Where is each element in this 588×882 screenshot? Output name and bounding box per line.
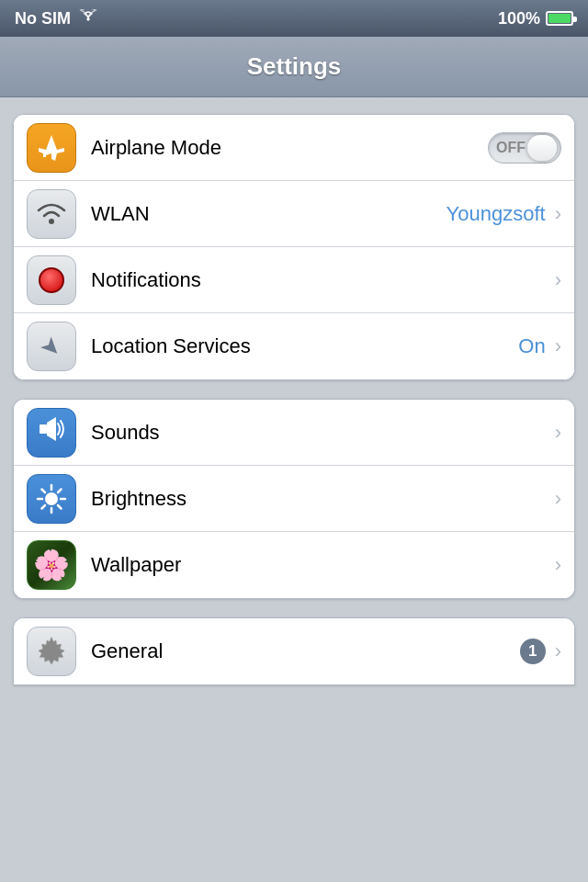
wallpaper-icon: 🌸 — [27, 540, 76, 590]
location-services-label: Location Services — [91, 334, 518, 358]
general-label: General — [91, 639, 520, 663]
battery-icon — [546, 11, 573, 26]
notifications-chevron: › — [555, 268, 561, 292]
wallpaper-row[interactable]: 🌸 Wallpaper › — [14, 532, 574, 598]
general-icon — [27, 627, 76, 676]
toggle-knob — [527, 135, 557, 161]
wallpaper-label: Wallpaper — [91, 553, 551, 577]
battery-percent: 100% — [498, 9, 540, 28]
wlan-chevron: › — [555, 202, 561, 226]
wlan-icon — [27, 189, 76, 239]
general-chevron: › — [555, 639, 561, 663]
svg-line-10 — [58, 489, 62, 492]
status-left: No SIM — [15, 9, 98, 28]
svg-point-3 — [45, 492, 58, 505]
status-bar: No SIM 100% — [0, 0, 588, 37]
airplane-icon — [27, 123, 76, 173]
svg-rect-1 — [40, 424, 47, 434]
svg-line-9 — [58, 505, 62, 509]
wlan-row[interactable]: WLAN Youngzsoft › — [14, 181, 574, 247]
notification-dot — [39, 267, 64, 293]
airplane-mode-label: Airplane Mode — [91, 136, 488, 160]
notifications-label: Notifications — [91, 268, 551, 292]
notifications-icon — [27, 255, 76, 305]
sounds-icon — [27, 408, 76, 458]
airplane-mode-row[interactable]: Airplane Mode OFF — [14, 115, 574, 181]
location-arrow-icon: ➤ — [34, 329, 68, 363]
flower-icon: 🌸 — [33, 548, 70, 582]
wlan-value: Youngzsoft — [447, 202, 546, 226]
svg-marker-2 — [47, 417, 56, 441]
speaker-icon — [36, 413, 67, 451]
page-title: Settings — [247, 52, 342, 81]
toggle-off-label: OFF — [496, 140, 526, 156]
brightness-row[interactable]: Brightness › — [14, 466, 574, 532]
brightness-label: Brightness — [91, 487, 551, 511]
status-right: 100% — [498, 9, 573, 28]
nav-bar: Settings — [0, 37, 588, 97]
wlan-label: WLAN — [91, 202, 447, 226]
location-services-chevron: › — [555, 334, 561, 358]
location-services-value: On — [518, 334, 545, 358]
settings-group-3: General 1 › — [13, 617, 575, 685]
svg-line-8 — [42, 489, 46, 492]
location-services-row[interactable]: ➤ Location Services On › — [14, 313, 574, 379]
sounds-label: Sounds — [91, 421, 551, 445]
brightness-chevron: › — [555, 487, 561, 511]
wifi-signal-icon — [78, 9, 98, 28]
sounds-row[interactable]: Sounds › — [14, 400, 574, 466]
svg-point-0 — [49, 219, 54, 224]
brightness-icon — [27, 474, 76, 524]
general-row[interactable]: General 1 › — [14, 618, 574, 684]
settings-group-2: Sounds › Brightness › — [13, 399, 575, 599]
carrier-label: No SIM — [15, 9, 71, 28]
notifications-row[interactable]: Notifications › — [14, 247, 574, 313]
location-icon: ➤ — [27, 322, 76, 371]
general-badge: 1 — [520, 639, 546, 664]
settings-content: Airplane Mode OFF WLAN Youngzsoft › — [0, 97, 588, 702]
airplane-mode-toggle[interactable]: OFF — [488, 132, 561, 164]
sounds-chevron: › — [555, 421, 561, 445]
settings-group-1: Airplane Mode OFF WLAN Youngzsoft › — [13, 114, 575, 380]
wallpaper-chevron: › — [555, 553, 561, 577]
svg-line-11 — [42, 505, 46, 509]
